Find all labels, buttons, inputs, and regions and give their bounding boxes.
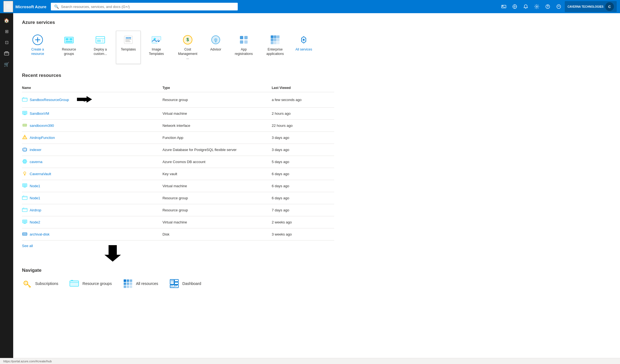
templates-icon: JSON — [123, 34, 134, 45]
service-all-services[interactable]: All services — [291, 31, 317, 64]
service-templates[interactable]: JSON Templates — [116, 31, 141, 64]
svg-rect-97 — [171, 280, 173, 281]
svg-rect-94 — [127, 285, 129, 288]
resource-last-viewed: 6 days ago — [272, 192, 334, 204]
svg-rect-89 — [130, 279, 132, 282]
topbar-icons: CAVERNA TECHNOLOGIES C — [499, 1, 617, 12]
directory-button[interactable] — [510, 2, 520, 12]
svg-point-78 — [24, 234, 24, 234]
service-advisor[interactable]: Advisor — [203, 31, 228, 64]
resource-groups-icon — [63, 34, 74, 45]
create-resource-label: Create a resource — [27, 47, 49, 56]
account-button[interactable]: CAVERNA TECHNOLOGIES C — [565, 1, 617, 12]
sidebar-groups-icon[interactable] — [2, 48, 12, 58]
app-registrations-icon — [238, 34, 249, 45]
col-type: Type — [162, 84, 272, 92]
resource-link[interactable]: SandboxResourceGroup — [30, 98, 69, 102]
navigate-grid: Subscriptions Resource groups All resour… — [22, 279, 334, 289]
dashboard-icon — [169, 279, 179, 289]
svg-rect-93 — [124, 285, 126, 288]
svg-rect-90 — [124, 282, 126, 285]
advisor-icon — [210, 34, 221, 45]
resource-icon — [22, 207, 27, 213]
sidebar-marketplace-icon[interactable]: 🛒 — [2, 59, 12, 69]
search-bar[interactable]: 🔍 — [51, 3, 238, 10]
navigate-title: Navigate — [22, 268, 334, 273]
resource-link[interactable]: AirdropFunction — [30, 136, 55, 140]
resource-name-cell: SandboxResourceGroup — [22, 92, 162, 107]
all-services-icon — [298, 34, 309, 45]
help-button[interactable] — [543, 2, 553, 12]
resource-link[interactable]: Node1 — [30, 196, 40, 200]
see-all-link[interactable]: See all — [22, 244, 33, 248]
image-templates-icon — [151, 34, 162, 45]
service-enterprise-apps[interactable]: Enterprise applications — [259, 31, 291, 64]
resource-name-cell: SandboxVM — [22, 107, 162, 119]
resource-last-viewed: 3 weeks ago — [272, 228, 334, 240]
service-create-resource[interactable]: Create a resource — [22, 31, 53, 64]
resource-link[interactable]: caverna — [30, 160, 42, 164]
feedback-button[interactable] — [554, 2, 564, 12]
svg-rect-8 — [4, 52, 9, 55]
sidebar-home-icon[interactable]: 🏠 — [2, 15, 12, 25]
navigate-label-all-resources: All resources — [136, 281, 158, 286]
svg-rect-99 — [171, 283, 173, 284]
svg-rect-38 — [244, 40, 248, 44]
resource-link[interactable]: CavernaVault — [30, 172, 51, 176]
resource-last-viewed: 6 days ago — [272, 180, 334, 192]
svg-rect-86 — [71, 280, 73, 281]
resource-link[interactable]: Node2 — [30, 220, 40, 224]
table-row: SandboxVM Virtual machine 2 hours ago — [22, 107, 334, 119]
service-image-templates[interactable]: Image Templates — [141, 31, 172, 64]
resource-link[interactable]: Node1 — [30, 184, 40, 188]
service-deploy-custom[interactable]: Deploy a custom... — [85, 31, 116, 64]
recent-resources-section: Recent resources Name Type Last Viewed S… — [22, 73, 334, 248]
sidebar-resources-icon[interactable]: ⊡ — [2, 37, 12, 47]
service-cost-management[interactable]: $ Cost Management ... — [172, 31, 203, 64]
svg-point-6 — [558, 6, 558, 6]
svg-rect-75 — [23, 220, 26, 222]
svg-rect-24 — [125, 41, 131, 42]
svg-rect-13 — [70, 38, 72, 40]
resource-groups-icon — [69, 279, 79, 289]
resource-link[interactable]: indexer — [30, 148, 41, 152]
table-row: CavernaVault Key vault 6 days ago — [22, 168, 334, 180]
svg-rect-95 — [130, 285, 132, 288]
search-input[interactable] — [61, 5, 234, 9]
resource-type: Key vault — [162, 168, 272, 180]
settings-button[interactable] — [532, 2, 542, 12]
resource-link[interactable]: SandboxVM — [30, 111, 49, 116]
resource-link[interactable]: archival-disk — [30, 232, 49, 236]
resource-link[interactable]: Airdrop — [30, 208, 41, 212]
table-row: caverna Azure Cosmos DB account 5 days a… — [22, 156, 334, 168]
sidebar-dashboard-icon[interactable]: ⊞ — [2, 26, 12, 36]
templates-label: Templates — [121, 47, 136, 52]
cost-management-icon: $ — [182, 34, 193, 45]
main-layout: 🏠 ⊞ ⊡ 🛒 Azure services Create a resource — [0, 13, 620, 358]
navigate-item-subscriptions[interactable]: Subscriptions — [22, 279, 58, 289]
resource-last-viewed: a few seconds ago — [272, 92, 334, 107]
svg-rect-40 — [274, 35, 276, 38]
resource-type: Disk — [162, 228, 272, 240]
hamburger-menu-button[interactable]: ☰ — [3, 1, 13, 12]
svg-rect-55 — [23, 112, 26, 114]
avatar: C — [605, 2, 614, 11]
cost-management-label: Cost Management ... — [177, 47, 199, 60]
navigate-item-dashboard[interactable]: Dashboard — [169, 279, 201, 289]
svg-point-65 — [24, 172, 26, 174]
table-row: sandboxvm390 Network interface 22 hours … — [22, 119, 334, 131]
service-resource-groups[interactable]: Resource groups — [53, 31, 85, 64]
resource-name-cell: Node1 — [22, 192, 162, 204]
notifications-button[interactable] — [521, 2, 531, 12]
cloud-shell-button[interactable] — [499, 2, 509, 12]
svg-rect-16 — [97, 40, 101, 42]
navigate-item-resource-groups[interactable]: Resource groups — [69, 279, 112, 289]
service-app-registrations[interactable]: App registrations — [228, 31, 259, 64]
svg-point-83 — [25, 282, 27, 284]
resource-link[interactable]: sandboxvm390 — [30, 124, 54, 128]
svg-marker-81 — [104, 245, 121, 262]
svg-rect-39 — [271, 35, 273, 38]
svg-rect-37 — [240, 40, 243, 44]
navigate-item-all-resources[interactable]: All resources — [123, 279, 158, 289]
svg-rect-45 — [271, 41, 273, 44]
